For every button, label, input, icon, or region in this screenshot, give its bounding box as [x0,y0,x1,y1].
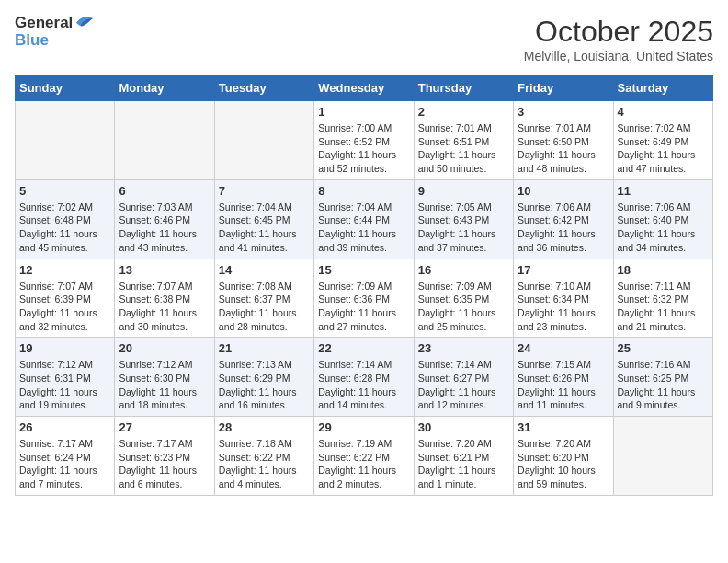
day-number: 13 [119,263,210,277]
day-info: Sunrise: 7:12 AMSunset: 6:31 PMDaylight:… [19,358,110,412]
day-number: 5 [19,184,110,198]
logo-blue-text: Blue [15,32,95,50]
day-number: 9 [418,184,509,198]
calendar-cell: 3Sunrise: 7:01 AMSunset: 6:50 PMDaylight… [514,101,613,180]
day-number: 29 [318,420,409,434]
calendar-cell: 1Sunrise: 7:00 AMSunset: 6:52 PMDaylight… [314,101,414,180]
calendar-cell: 20Sunrise: 7:12 AMSunset: 6:30 PMDayligh… [115,338,214,417]
day-number: 2 [418,105,509,119]
day-info: Sunrise: 7:12 AMSunset: 6:30 PMDaylight:… [119,358,210,412]
calendar-week-row: 12Sunrise: 7:07 AMSunset: 6:39 PMDayligh… [16,259,713,338]
day-number: 28 [219,420,310,434]
day-info: Sunrise: 7:00 AMSunset: 6:52 PMDaylight:… [318,121,409,176]
day-number: 12 [19,263,110,277]
page-header: General Blue October 2025 Melville, Loui… [15,15,713,63]
header-monday: Monday [115,75,214,101]
calendar-cell: 6Sunrise: 7:03 AMSunset: 6:46 PMDaylight… [115,179,214,259]
day-info: Sunrise: 7:18 AMSunset: 6:22 PMDaylight:… [219,437,310,491]
calendar-cell: 12Sunrise: 7:07 AMSunset: 6:39 PMDayligh… [16,259,115,338]
calendar-cell: 18Sunrise: 7:11 AMSunset: 6:32 PMDayligh… [613,259,712,338]
day-number: 1 [318,105,409,119]
day-number: 19 [19,341,110,355]
logo: General Blue [15,15,95,49]
day-info: Sunrise: 7:17 AMSunset: 6:24 PMDaylight:… [19,437,110,491]
month-title: October 2025 [524,15,713,49]
calendar-cell: 10Sunrise: 7:06 AMSunset: 6:42 PMDayligh… [514,179,613,259]
day-number: 16 [418,263,509,277]
day-info: Sunrise: 7:04 AMSunset: 6:45 PMDaylight:… [219,201,310,255]
day-number: 30 [418,420,509,434]
calendar-table: SundayMondayTuesdayWednesdayThursdayFrid… [15,75,713,496]
day-info: Sunrise: 7:01 AMSunset: 6:51 PMDaylight:… [418,121,509,176]
day-number: 3 [518,105,609,119]
header-wednesday: Wednesday [314,75,414,101]
day-info: Sunrise: 7:19 AMSunset: 6:22 PMDaylight:… [318,437,409,491]
calendar-cell: 17Sunrise: 7:10 AMSunset: 6:34 PMDayligh… [514,259,613,338]
calendar-cell: 21Sunrise: 7:13 AMSunset: 6:29 PMDayligh… [214,338,313,417]
day-info: Sunrise: 7:14 AMSunset: 6:28 PMDaylight:… [318,358,409,412]
day-info: Sunrise: 7:17 AMSunset: 6:23 PMDaylight:… [119,437,210,491]
day-number: 11 [618,184,709,198]
day-number: 26 [19,420,110,434]
calendar-cell: 4Sunrise: 7:02 AMSunset: 6:49 PMDaylight… [613,101,712,180]
day-info: Sunrise: 7:10 AMSunset: 6:34 PMDaylight:… [518,280,609,334]
calendar-cell: 30Sunrise: 7:20 AMSunset: 6:21 PMDayligh… [414,417,513,496]
calendar-cell: 24Sunrise: 7:15 AMSunset: 6:26 PMDayligh… [514,338,613,417]
calendar-week-row: 1Sunrise: 7:00 AMSunset: 6:52 PMDaylight… [16,101,713,180]
day-info: Sunrise: 7:07 AMSunset: 6:38 PMDaylight:… [119,280,210,334]
day-number: 17 [518,263,609,277]
calendar-cell: 8Sunrise: 7:04 AMSunset: 6:44 PMDaylight… [314,179,414,259]
day-info: Sunrise: 7:20 AMSunset: 6:20 PMDaylight:… [518,437,609,491]
calendar-cell: 14Sunrise: 7:08 AMSunset: 6:37 PMDayligh… [214,259,313,338]
day-number: 8 [318,184,409,198]
day-info: Sunrise: 7:13 AMSunset: 6:29 PMDaylight:… [219,358,310,412]
day-number: 21 [219,341,310,355]
day-info: Sunrise: 7:03 AMSunset: 6:46 PMDaylight:… [119,201,210,255]
header-thursday: Thursday [414,75,513,101]
day-info: Sunrise: 7:09 AMSunset: 6:35 PMDaylight:… [418,280,509,334]
day-number: 27 [119,420,210,434]
day-number: 20 [119,341,210,355]
day-number: 6 [119,184,210,198]
day-number: 14 [219,263,310,277]
calendar-header-row: SundayMondayTuesdayWednesdayThursdayFrid… [16,75,713,101]
header-friday: Friday [514,75,613,101]
day-info: Sunrise: 7:04 AMSunset: 6:44 PMDaylight:… [318,201,409,255]
logo-bird-icon [74,15,95,31]
calendar-week-row: 19Sunrise: 7:12 AMSunset: 6:31 PMDayligh… [16,338,713,417]
day-info: Sunrise: 7:20 AMSunset: 6:21 PMDaylight:… [418,437,509,491]
calendar-cell [613,417,712,496]
day-info: Sunrise: 7:08 AMSunset: 6:37 PMDaylight:… [219,280,310,334]
calendar-cell: 15Sunrise: 7:09 AMSunset: 6:36 PMDayligh… [314,259,414,338]
calendar-cell: 28Sunrise: 7:18 AMSunset: 6:22 PMDayligh… [214,417,313,496]
day-info: Sunrise: 7:15 AMSunset: 6:26 PMDaylight:… [518,358,609,412]
day-info: Sunrise: 7:06 AMSunset: 6:40 PMDaylight:… [618,201,709,255]
calendar-week-row: 26Sunrise: 7:17 AMSunset: 6:24 PMDayligh… [16,417,713,496]
day-info: Sunrise: 7:09 AMSunset: 6:36 PMDaylight:… [318,280,409,334]
calendar-cell: 11Sunrise: 7:06 AMSunset: 6:40 PMDayligh… [613,179,712,259]
title-block: October 2025 Melville, Louisiana, United… [524,15,713,63]
calendar-cell: 19Sunrise: 7:12 AMSunset: 6:31 PMDayligh… [16,338,115,417]
calendar-cell: 27Sunrise: 7:17 AMSunset: 6:23 PMDayligh… [115,417,214,496]
calendar-cell: 22Sunrise: 7:14 AMSunset: 6:28 PMDayligh… [314,338,414,417]
calendar-cell: 31Sunrise: 7:20 AMSunset: 6:20 PMDayligh… [514,417,613,496]
calendar-cell [214,101,313,180]
header-saturday: Saturday [613,75,712,101]
location: Melville, Louisiana, United States [524,49,713,63]
logo-container: General Blue [15,15,95,49]
day-number: 31 [518,420,609,434]
day-info: Sunrise: 7:16 AMSunset: 6:25 PMDaylight:… [618,358,709,412]
day-number: 10 [518,184,609,198]
calendar-cell: 26Sunrise: 7:17 AMSunset: 6:24 PMDayligh… [16,417,115,496]
header-tuesday: Tuesday [214,75,313,101]
calendar-cell: 25Sunrise: 7:16 AMSunset: 6:25 PMDayligh… [613,338,712,417]
day-info: Sunrise: 7:02 AMSunset: 6:49 PMDaylight:… [618,121,709,176]
day-number: 18 [618,263,709,277]
calendar-cell: 7Sunrise: 7:04 AMSunset: 6:45 PMDaylight… [214,179,313,259]
calendar-cell: 16Sunrise: 7:09 AMSunset: 6:35 PMDayligh… [414,259,513,338]
day-info: Sunrise: 7:11 AMSunset: 6:32 PMDaylight:… [618,280,709,334]
day-number: 22 [318,341,409,355]
day-number: 4 [618,105,709,119]
calendar-cell [115,101,214,180]
day-info: Sunrise: 7:14 AMSunset: 6:27 PMDaylight:… [418,358,509,412]
